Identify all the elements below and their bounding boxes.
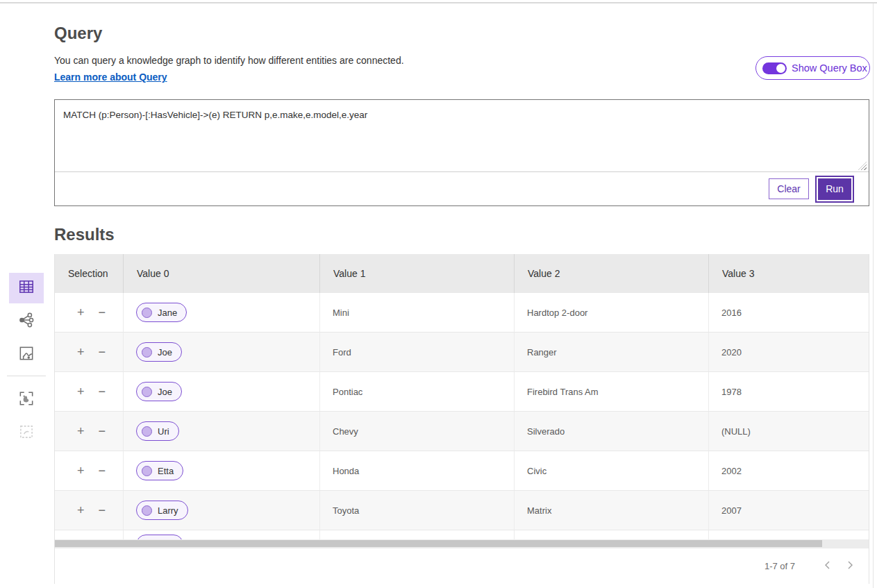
query-description: You can query a knowledge graph to ident… [54,55,404,66]
selection-cell: +− [55,412,124,451]
pagination-range-label: 1-7 of 7 [765,561,795,571]
entity-pill-label: Etta [158,466,174,476]
entity-pill[interactable]: Uri [136,421,179,441]
query-section-title: Query [54,24,102,43]
value-cell: 2002 [709,451,870,490]
value-cell: Mini [320,293,515,332]
selection-cell [55,530,124,539]
value-cell: Matrix [515,491,709,530]
table-row: +−EttaHondaCivic2002 [55,451,869,491]
entity-cell: Uri [124,412,320,451]
link-chart-icon [17,311,35,332]
column-header-selection: Selection [55,254,124,293]
entity-pill[interactable] [136,535,183,539]
toggle-label: Show Query Box [792,62,867,74]
query-input[interactable]: MATCH (p:Person)-[:HasVehicle]->(e) RETU… [55,100,869,171]
value-cell: Ford [320,333,515,371]
entity-pill[interactable]: Jane [136,303,187,322]
query-editor-panel: MATCH (p:Person)-[:HasVehicle]->(e) RETU… [54,99,869,206]
clear-button[interactable]: Clear [769,178,809,199]
table-row: +−JoeFordRanger2020 [55,333,869,372]
table-row: +−LarryToyotaMatrix2007 [55,491,869,530]
value-cell: 1978 [709,372,870,411]
selection-cell: +− [55,333,124,371]
value-cell: 2007 [709,491,870,530]
add-selection-button[interactable]: + [76,305,86,320]
run-button[interactable]: Run [818,178,851,200]
entity-dot-icon [142,387,152,397]
entity-pill-label: Uri [158,426,169,437]
entity-dot-icon [142,466,152,476]
sidebar-item-map-view[interactable] [9,339,44,370]
entity-pill[interactable]: Larry [136,501,188,520]
entity-pill[interactable]: Joe [136,342,182,362]
remove-selection-button[interactable]: − [97,305,108,320]
value-cell: Silverado [515,412,709,451]
add-selection-button[interactable]: + [76,344,86,360]
column-header-value0: Value 0 [124,254,320,293]
page-scrollbar-track[interactable] [873,3,874,588]
entity-cell: Joe [124,333,320,371]
learn-more-link[interactable]: Learn more about Query [54,72,167,83]
entity-dot-icon [142,426,152,437]
show-query-box-toggle[interactable]: Show Query Box [755,56,870,80]
entity-pill-label: Jane [158,308,177,318]
entity-pill-label: Joe [158,387,172,397]
remove-selection-button[interactable]: − [97,463,108,478]
value-cell: Ranger [515,333,709,371]
remove-selection-button[interactable]: − [97,344,108,360]
value-cell: Pontiac [320,372,515,411]
value-cell: 2020 [709,333,870,371]
table-row: +−UriChevySilverado(NULL) [55,412,869,451]
entity-cell: Jane [124,293,320,332]
column-header-value2: Value 2 [515,254,709,293]
toggle-knob [776,64,785,73]
entity-pill-label: Larry [158,505,178,516]
results-view-sidebar [9,273,44,451]
remove-selection-button[interactable]: − [97,503,108,518]
table-icon [17,278,35,299]
pagination-bar: 1-7 of 7 [55,548,869,584]
entity-pill[interactable]: Etta [136,461,183,480]
toggle-switch-icon[interactable] [762,62,787,74]
table-row-partial [55,530,869,539]
pagination-prev-button[interactable] [819,557,837,576]
entity-pill[interactable]: Joe [136,382,182,401]
selection-cell: +− [55,451,124,490]
entity-pill-label: Joe [158,347,172,358]
add-to-map-icon [17,389,35,410]
value-cell: Honda [320,451,515,490]
value-cell: Chevy [320,412,515,451]
add-selection-button[interactable]: + [76,463,86,478]
entity-cell: Joe [124,372,320,411]
table-body: +−JaneMiniHardtop 2-door2016+−JoeFordRan… [55,293,869,530]
results-card: Selection Value 0 Value 1 Value 2 Value … [54,254,869,584]
scrollbar-thumb[interactable] [55,540,822,547]
results-section-title: Results [54,225,115,244]
sidebar-item-link-chart-view[interactable] [9,306,44,337]
value-cell: Firebird Trans Am [515,372,709,411]
entity-cell: Etta [124,451,320,490]
pagination-next-button[interactable] [841,557,859,576]
selection-cell: +− [55,491,124,530]
sidebar-item-table-view[interactable] [9,273,44,303]
remove-selection-button[interactable]: − [97,384,108,399]
entity-cell [124,530,320,539]
horizontal-scrollbar[interactable] [55,539,869,548]
chevron-right-icon [845,560,855,572]
remove-selection-button[interactable]: − [97,423,108,439]
value-cell: Hardtop 2-door [515,293,709,332]
value-cell: (NULL) [709,412,870,451]
column-header-value1: Value 1 [320,254,515,293]
value-cell: 2016 [709,293,870,332]
entity-cell: Larry [124,491,320,530]
sidebar-item-add-to-map[interactable] [9,385,44,415]
add-selection-button[interactable]: + [76,423,86,439]
add-selection-button[interactable]: + [76,503,86,518]
query-actions-bar: Clear Run [55,171,869,205]
value-cell: Toyota [320,491,515,530]
add-selection-button[interactable]: + [76,384,86,399]
sidebar-divider [7,376,46,376]
table-row: +−JoePontiacFirebird Trans Am1978 [55,372,869,412]
add-to-link-chart-icon [17,423,35,444]
